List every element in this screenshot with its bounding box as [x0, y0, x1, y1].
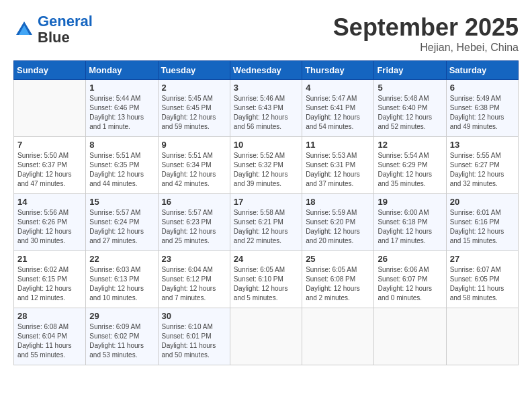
day-number: 15: [89, 197, 154, 207]
day-number: 7: [17, 140, 82, 150]
logo-line1: General: [38, 13, 93, 30]
logo-line2: Blue: [38, 30, 93, 46]
day-number: 19: [378, 197, 442, 207]
logo-text: General Blue: [38, 13, 93, 46]
logo-icon: [13, 19, 35, 40]
weekday-saturday: Saturday: [446, 61, 518, 80]
day-cell: 9Sunrise: 5:51 AM Sunset: 6:34 PM Daylig…: [158, 137, 230, 194]
day-number: 6: [450, 83, 515, 93]
day-info: Sunrise: 5:54 AM Sunset: 6:29 PM Dayligh…: [378, 151, 442, 189]
day-info: Sunrise: 6:08 AM Sunset: 6:04 PM Dayligh…: [17, 322, 82, 360]
page-header: General Blue September 2025 Hejian, Hebe…: [13, 13, 519, 54]
day-number: 13: [450, 140, 515, 150]
day-info: Sunrise: 6:01 AM Sunset: 6:16 PM Dayligh…: [450, 208, 515, 246]
day-info: Sunrise: 5:57 AM Sunset: 6:23 PM Dayligh…: [162, 208, 226, 246]
day-cell: 24Sunrise: 6:05 AM Sunset: 6:10 PM Dayli…: [230, 251, 302, 308]
day-number: 4: [306, 83, 370, 93]
day-info: Sunrise: 5:44 AM Sunset: 6:46 PM Dayligh…: [89, 94, 154, 132]
day-info: Sunrise: 5:57 AM Sunset: 6:24 PM Dayligh…: [89, 208, 154, 246]
day-info: Sunrise: 5:46 AM Sunset: 6:43 PM Dayligh…: [234, 94, 298, 132]
day-info: Sunrise: 6:07 AM Sunset: 6:05 PM Dayligh…: [450, 265, 515, 303]
day-number: 10: [234, 140, 298, 150]
day-cell: 2Sunrise: 5:45 AM Sunset: 6:45 PM Daylig…: [158, 80, 230, 137]
day-number: 1: [89, 83, 154, 93]
day-number: 2: [162, 83, 226, 93]
week-row-2: 7Sunrise: 5:50 AM Sunset: 6:37 PM Daylig…: [14, 137, 519, 194]
day-info: Sunrise: 5:47 AM Sunset: 6:41 PM Dayligh…: [306, 94, 370, 132]
title-block: September 2025 Hejian, Hebei, China: [333, 13, 519, 54]
weekday-tuesday: Tuesday: [158, 61, 230, 80]
day-info: Sunrise: 5:51 AM Sunset: 6:35 PM Dayligh…: [89, 151, 154, 189]
day-cell: 3Sunrise: 5:46 AM Sunset: 6:43 PM Daylig…: [230, 80, 302, 137]
weekday-sunday: Sunday: [14, 61, 86, 80]
day-cell: 29Sunrise: 6:09 AM Sunset: 6:02 PM Dayli…: [86, 308, 158, 365]
location: Hejian, Hebei, China: [333, 42, 519, 54]
day-cell: 30Sunrise: 6:10 AM Sunset: 6:01 PM Dayli…: [158, 308, 230, 365]
day-cell: 8Sunrise: 5:51 AM Sunset: 6:35 PM Daylig…: [86, 137, 158, 194]
day-number: 16: [162, 197, 226, 207]
day-info: Sunrise: 5:50 AM Sunset: 6:37 PM Dayligh…: [17, 151, 82, 189]
day-cell: 4Sunrise: 5:47 AM Sunset: 6:41 PM Daylig…: [302, 80, 374, 137]
day-number: 26: [378, 254, 442, 264]
day-cell: 22Sunrise: 6:03 AM Sunset: 6:13 PM Dayli…: [86, 251, 158, 308]
day-info: Sunrise: 6:09 AM Sunset: 6:02 PM Dayligh…: [89, 322, 154, 360]
weekday-thursday: Thursday: [302, 61, 374, 80]
day-number: 17: [234, 197, 298, 207]
day-info: Sunrise: 6:06 AM Sunset: 6:07 PM Dayligh…: [378, 265, 442, 303]
day-info: Sunrise: 6:04 AM Sunset: 6:12 PM Dayligh…: [162, 265, 226, 303]
day-info: Sunrise: 5:58 AM Sunset: 6:21 PM Dayligh…: [234, 208, 298, 246]
day-info: Sunrise: 5:51 AM Sunset: 6:34 PM Dayligh…: [162, 151, 226, 189]
day-number: 28: [17, 311, 82, 321]
day-cell: 23Sunrise: 6:04 AM Sunset: 6:12 PM Dayli…: [158, 251, 230, 308]
day-cell: 7Sunrise: 5:50 AM Sunset: 6:37 PM Daylig…: [14, 137, 86, 194]
day-cell: 1Sunrise: 5:44 AM Sunset: 6:46 PM Daylig…: [86, 80, 158, 137]
day-cell: [374, 308, 446, 365]
day-cell: 10Sunrise: 5:52 AM Sunset: 6:32 PM Dayli…: [230, 137, 302, 194]
day-cell: [14, 80, 86, 137]
day-info: Sunrise: 5:49 AM Sunset: 6:38 PM Dayligh…: [450, 94, 515, 132]
day-info: Sunrise: 6:00 AM Sunset: 6:18 PM Dayligh…: [378, 208, 442, 246]
day-cell: 11Sunrise: 5:53 AM Sunset: 6:31 PM Dayli…: [302, 137, 374, 194]
day-cell: 15Sunrise: 5:57 AM Sunset: 6:24 PM Dayli…: [86, 194, 158, 251]
day-cell: [230, 308, 302, 365]
day-number: 11: [306, 140, 370, 150]
day-number: 8: [89, 140, 154, 150]
day-cell: 17Sunrise: 5:58 AM Sunset: 6:21 PM Dayli…: [230, 194, 302, 251]
weekday-wednesday: Wednesday: [230, 61, 302, 80]
week-row-1: 1Sunrise: 5:44 AM Sunset: 6:46 PM Daylig…: [14, 80, 519, 137]
day-cell: 13Sunrise: 5:55 AM Sunset: 6:27 PM Dayli…: [446, 137, 518, 194]
calendar-table: SundayMondayTuesdayWednesdayThursdayFrid…: [13, 60, 519, 365]
weekday-friday: Friday: [374, 61, 446, 80]
day-cell: 6Sunrise: 5:49 AM Sunset: 6:38 PM Daylig…: [446, 80, 518, 137]
week-row-4: 21Sunrise: 6:02 AM Sunset: 6:15 PM Dayli…: [14, 251, 519, 308]
day-number: 9: [162, 140, 226, 150]
day-cell: 18Sunrise: 5:59 AM Sunset: 6:20 PM Dayli…: [302, 194, 374, 251]
day-info: Sunrise: 5:48 AM Sunset: 6:40 PM Dayligh…: [378, 94, 442, 132]
day-info: Sunrise: 5:55 AM Sunset: 6:27 PM Dayligh…: [450, 151, 515, 189]
day-info: Sunrise: 5:45 AM Sunset: 6:45 PM Dayligh…: [162, 94, 226, 132]
day-cell: 21Sunrise: 6:02 AM Sunset: 6:15 PM Dayli…: [14, 251, 86, 308]
day-cell: [302, 308, 374, 365]
week-row-5: 28Sunrise: 6:08 AM Sunset: 6:04 PM Dayli…: [14, 308, 519, 365]
day-info: Sunrise: 6:05 AM Sunset: 6:08 PM Dayligh…: [306, 265, 370, 303]
day-cell: 16Sunrise: 5:57 AM Sunset: 6:23 PM Dayli…: [158, 194, 230, 251]
day-number: 3: [234, 83, 298, 93]
day-number: 5: [378, 83, 442, 93]
day-cell: 14Sunrise: 5:56 AM Sunset: 6:26 PM Dayli…: [14, 194, 86, 251]
day-cell: 28Sunrise: 6:08 AM Sunset: 6:04 PM Dayli…: [14, 308, 86, 365]
day-number: 23: [162, 254, 226, 264]
day-number: 21: [17, 254, 82, 264]
day-number: 22: [89, 254, 154, 264]
day-info: Sunrise: 5:56 AM Sunset: 6:26 PM Dayligh…: [17, 208, 82, 246]
day-cell: 25Sunrise: 6:05 AM Sunset: 6:08 PM Dayli…: [302, 251, 374, 308]
day-number: 24: [234, 254, 298, 264]
day-cell: 12Sunrise: 5:54 AM Sunset: 6:29 PM Dayli…: [374, 137, 446, 194]
week-row-3: 14Sunrise: 5:56 AM Sunset: 6:26 PM Dayli…: [14, 194, 519, 251]
calendar-body: 1Sunrise: 5:44 AM Sunset: 6:46 PM Daylig…: [14, 80, 519, 365]
day-number: 30: [162, 311, 226, 321]
day-cell: 27Sunrise: 6:07 AM Sunset: 6:05 PM Dayli…: [446, 251, 518, 308]
day-cell: 5Sunrise: 5:48 AM Sunset: 6:40 PM Daylig…: [374, 80, 446, 137]
day-info: Sunrise: 6:10 AM Sunset: 6:01 PM Dayligh…: [162, 322, 226, 360]
day-cell: 19Sunrise: 6:00 AM Sunset: 6:18 PM Dayli…: [374, 194, 446, 251]
day-cell: 20Sunrise: 6:01 AM Sunset: 6:16 PM Dayli…: [446, 194, 518, 251]
